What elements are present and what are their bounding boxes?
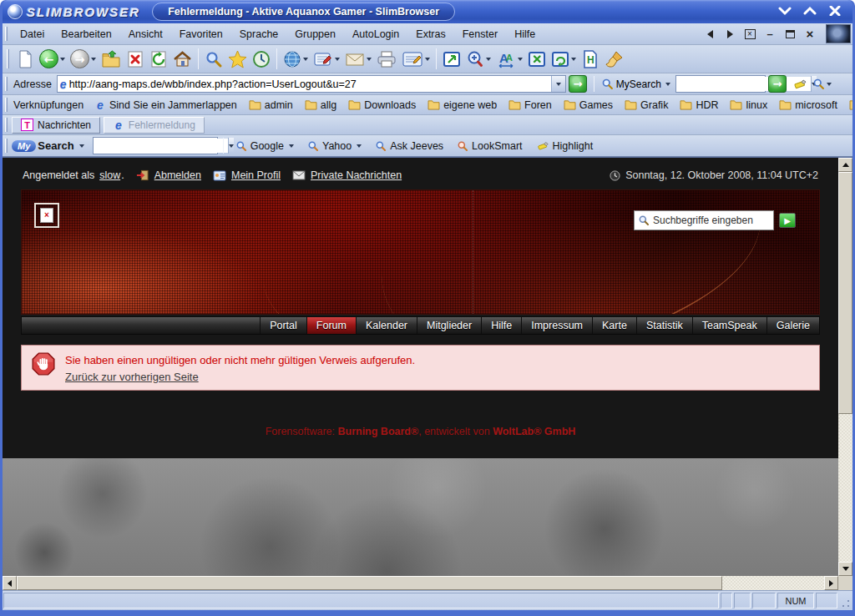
toolbar-gripper[interactable] (5, 139, 8, 154)
back-to-previous-link[interactable]: Zurück zur vorherigen Seite (65, 371, 415, 383)
links-folder-microsoft[interactable]: microsoft (773, 99, 843, 111)
menu-favoriten[interactable]: Favoriten (171, 25, 231, 43)
mysearch-menu-button[interactable]: MySearch (601, 78, 670, 90)
find-dropdown-caret[interactable] (827, 83, 832, 86)
go-button[interactable]: → (569, 75, 587, 93)
links-folder-allg[interactable]: allg (299, 99, 342, 111)
nav-impressum[interactable]: Impressum (521, 317, 592, 334)
engine-yahoo-button[interactable]: Yahoo (301, 140, 368, 152)
mysearch-logo-button[interactable]: My Search (12, 139, 84, 152)
html-source-button[interactable]: H (579, 47, 602, 72)
close-all-button[interactable]: × (741, 26, 759, 43)
new-page-button[interactable] (13, 47, 37, 72)
compose-dropdown-caret[interactable] (425, 58, 430, 61)
fullscreen-button[interactable] (440, 47, 463, 72)
minimize-button[interactable] (776, 3, 794, 18)
links-folder-games[interactable]: Games (558, 99, 619, 111)
scroll-down-button[interactable] (838, 562, 852, 576)
links-folder-admin[interactable]: admin (243, 99, 299, 111)
highlight-button[interactable] (790, 72, 810, 97)
menu-autologin[interactable]: AutoLogin (344, 25, 407, 43)
toolbar-gripper[interactable] (7, 49, 9, 68)
print-button[interactable] (374, 47, 399, 72)
vertical-scroll-thumb[interactable] (838, 172, 852, 414)
menu-gruppen[interactable]: Gruppen (286, 25, 344, 43)
forward-button[interactable]: → (68, 47, 99, 72)
nav-hilfe[interactable]: Hilfe (481, 317, 521, 334)
address-dropdown-button[interactable] (551, 76, 565, 92)
zoom-dropdown-caret[interactable] (486, 58, 491, 61)
engine-looksmart-button[interactable]: LookSmart (450, 140, 529, 152)
restore-doc-button[interactable] (781, 26, 799, 43)
home-button[interactable] (170, 47, 195, 72)
reopen-dropdown-caret[interactable] (571, 58, 576, 61)
links-folder-foren[interactable]: Foren (503, 99, 558, 111)
link-jammerlappen[interactable]: eSind Sie ein Jammerlappen (89, 99, 243, 111)
close-tab-button[interactable] (525, 47, 549, 72)
menu-extras[interactable]: Extras (407, 25, 453, 43)
engine-askjeeves-button[interactable]: Ask Jeeves (368, 140, 450, 152)
nav-portal[interactable]: Portal (260, 317, 306, 334)
form-fill-button[interactable] (311, 47, 342, 72)
highlight-toggle-button[interactable]: Highlight (529, 140, 600, 152)
messages-link[interactable]: Private Nachrichten (311, 169, 402, 181)
scroll-right-button[interactable] (824, 576, 838, 590)
back-dropdown-caret[interactable] (60, 58, 65, 61)
tab-fehlermeldung[interactable]: e Fehlermeldung (104, 117, 205, 134)
links-folder-hdr[interactable]: HDR (674, 99, 724, 111)
menu-bearbeiten[interactable]: Bearbeiten (53, 25, 119, 43)
toolbar-gripper[interactable] (5, 27, 8, 42)
nav-karte[interactable]: Karte (592, 317, 636, 334)
translate-dropdown-caret[interactable] (303, 58, 308, 61)
resize-grip[interactable] (839, 593, 852, 608)
toolbar-gripper[interactable] (5, 77, 8, 92)
links-folder-downloads[interactable]: Downloads (342, 99, 422, 111)
menu-hilfe[interactable]: Hilfe (506, 25, 544, 43)
form-fill-dropdown-caret[interactable] (335, 58, 340, 61)
google-dropdown-caret[interactable] (289, 144, 294, 148)
nav-forum[interactable]: Forum (306, 317, 356, 334)
search-button[interactable] (202, 47, 225, 72)
mysearch-input[interactable] (94, 139, 228, 153)
search-go-button[interactable]: → (768, 75, 787, 93)
banner-search-input[interactable] (653, 215, 761, 226)
banner-search-go-button[interactable]: ▶ (779, 213, 796, 228)
open-button[interactable] (99, 47, 124, 72)
next-tab-button[interactable] (721, 26, 739, 43)
cleanup-button[interactable] (602, 47, 627, 72)
mysearch-dropdown-caret[interactable] (665, 83, 670, 86)
scroll-up-button[interactable] (838, 158, 852, 172)
tab-nachrichten[interactable]: T Nachrichten (12, 117, 100, 134)
vertical-scroll-track[interactable] (838, 414, 852, 562)
toolbar-gripper[interactable] (5, 118, 8, 131)
logout-link[interactable]: Abmelden (154, 169, 201, 181)
address-input[interactable] (69, 77, 551, 91)
horizontal-scroll-track[interactable] (722, 576, 824, 590)
profile-link[interactable]: Mein Profil (231, 169, 281, 181)
username-link[interactable]: slow (99, 169, 120, 181)
links-folder-linux[interactable]: linux (724, 99, 773, 111)
prev-tab-button[interactable] (701, 26, 719, 43)
mysearch-logo-caret[interactable] (79, 144, 84, 148)
font-size-button[interactable]: AA (493, 47, 525, 72)
yahoo-dropdown-caret[interactable] (357, 144, 362, 148)
zoom-button[interactable] (463, 47, 493, 72)
font-size-dropdown-caret[interactable] (518, 58, 523, 61)
close-doc-button[interactable]: × (801, 26, 819, 43)
mail-button[interactable] (342, 47, 374, 72)
vertical-scrollbar[interactable] (838, 158, 852, 576)
links-folder-grafik[interactable]: Grafik (619, 99, 674, 111)
nav-statistik[interactable]: Statistik (636, 317, 692, 334)
nav-mitglieder[interactable]: Mitglieder (417, 317, 481, 334)
menu-sprache[interactable]: Sprache (231, 25, 287, 43)
translate-button[interactable] (281, 47, 311, 72)
close-button[interactable] (826, 3, 844, 18)
find-button[interactable] (810, 72, 834, 97)
scroll-left-button[interactable] (3, 576, 17, 590)
back-button[interactable]: ← (37, 47, 68, 72)
reopen-tab-button[interactable] (549, 47, 579, 72)
engine-google-button[interactable]: Google (229, 140, 301, 152)
links-folder-pc[interactable]: PC (843, 99, 852, 111)
forward-dropdown-caret[interactable] (91, 58, 96, 61)
links-folder-eigene-web[interactable]: eigene web (422, 99, 503, 111)
